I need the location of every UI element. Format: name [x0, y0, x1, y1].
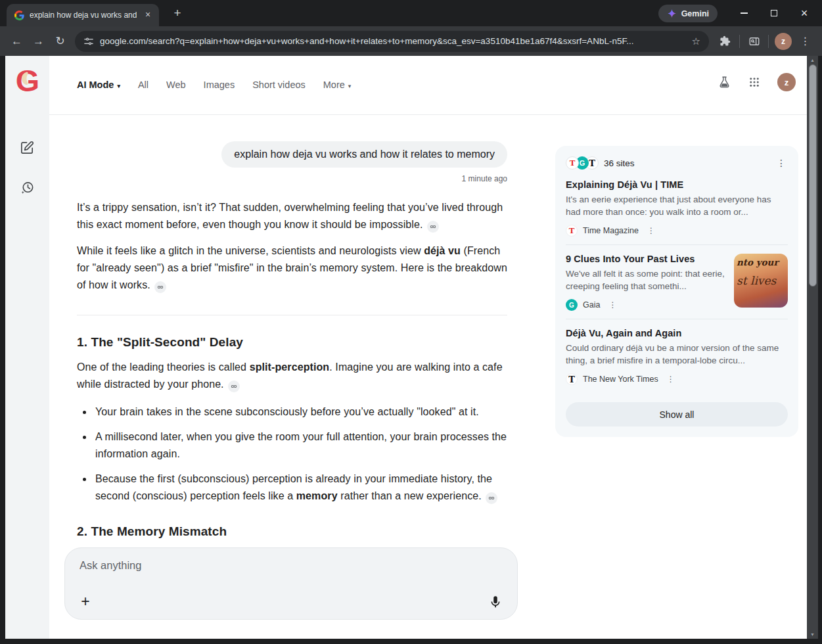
source-snippet: It's an eerie experience that just about… — [566, 193, 788, 218]
browser-toolbar: ← → ↻ google.com/search?q=explain+how+de… — [0, 26, 822, 56]
side-panel-icon[interactable] — [743, 30, 765, 52]
back-icon[interactable]: ← — [6, 30, 28, 52]
address-bar[interactable]: google.com/search?q=explain+how+deja+vu+… — [75, 31, 709, 52]
result-type-nav: AI Mode ▾ All Web Images Short videos Mo… — [77, 80, 351, 90]
time-favicon-icon: T — [566, 156, 579, 170]
window-close-button[interactable]: × — [789, 0, 819, 26]
source-name: The New York Times — [583, 375, 658, 384]
source-snippet: Could ordinary déjà vu be a minor versio… — [566, 342, 788, 367]
source-card[interactable]: Explaining Déjà Vu | TIME It's an eerie … — [566, 171, 788, 245]
source-title[interactable]: 9 Clues Into Your Past Lives — [566, 254, 726, 264]
new-chat-icon[interactable] — [20, 140, 35, 156]
answer-paragraph: While it feels like a glitch in the univ… — [77, 242, 507, 294]
mic-icon[interactable] — [487, 593, 504, 610]
site-settings-icon[interactable] — [83, 36, 94, 47]
chevron-down-icon: ▾ — [348, 83, 352, 89]
ai-response-thread: explain how deja vu works and how it rel… — [77, 115, 507, 578]
toolbar-divider — [739, 35, 740, 48]
forward-icon[interactable]: → — [28, 30, 49, 52]
new-tab-button[interactable]: + — [170, 5, 185, 21]
extensions-icon[interactable] — [714, 30, 736, 52]
tab-strip: explain how deja vu works and × + Gemini… — [0, 0, 822, 26]
browser-tab[interactable]: explain how deja vu works and × — [7, 4, 159, 26]
search-labs-icon[interactable] — [718, 76, 731, 89]
user-query-bubble: explain how deja vu works and how it rel… — [221, 141, 507, 168]
gemini-label: Gemini — [681, 9, 709, 18]
apps-grid-icon[interactable] — [748, 76, 760, 88]
time-favicon-icon: T — [566, 225, 578, 237]
citation-link-icon[interactable] — [228, 380, 240, 392]
sources-panel: T G T 36 sites ⋮ Explaining Déjà Vu | TI… — [555, 146, 798, 437]
tab-all[interactable]: All — [138, 80, 148, 90]
section-heading-1: 1. The "Split-Second" Delay — [77, 335, 507, 350]
window-controls: × — [729, 0, 819, 26]
google-doodle-logo[interactable]: G — [11, 64, 44, 101]
maximize-button[interactable] — [759, 0, 789, 26]
tab-images[interactable]: Images — [204, 80, 235, 90]
tab-close-icon[interactable]: × — [142, 9, 154, 21]
bullet-item: Your brain takes in the scene subconscio… — [77, 403, 507, 421]
browser-profile-avatar[interactable]: z — [775, 33, 792, 50]
citation-link-icon[interactable] — [154, 281, 166, 293]
source-card[interactable]: 9 Clues Into Your Past Lives We've all f… — [566, 245, 788, 319]
source-name: Time Magazine — [583, 226, 639, 235]
bookmark-star-icon[interactable]: ☆ — [692, 35, 700, 47]
tab-more[interactable]: More ▾ — [323, 80, 352, 90]
account-avatar[interactable]: z — [777, 73, 796, 91]
scrollbar[interactable]: ▲ ▼ — [807, 56, 818, 639]
attach-plus-icon[interactable]: + — [76, 591, 95, 611]
google-favicon-icon — [14, 11, 24, 20]
search-header: AI Mode ▾ All Web Images Short videos Mo… — [49, 56, 807, 115]
answer-paragraph: One of the leading theories is called sp… — [77, 359, 507, 393]
bullet-item: A millisecond later, when you give the r… — [77, 428, 507, 463]
source-thumbnail[interactable]: nto your st lives — [734, 254, 788, 308]
sources-menu-icon[interactable]: ⋮ — [775, 158, 788, 168]
page-content: G AI Mode ▾ All Web Images Short videos … — [5, 56, 807, 639]
toolbar-divider — [768, 35, 769, 48]
bullet-list: Your brain takes in the scene subconscio… — [77, 403, 507, 505]
source-menu-icon[interactable]: ⋮ — [606, 300, 618, 310]
reload-icon[interactable]: ↻ — [49, 30, 71, 52]
sources-header: T G T 36 sites ⋮ — [566, 155, 788, 171]
gemini-spark-icon — [667, 9, 677, 18]
tab-web[interactable]: Web — [166, 80, 186, 90]
history-icon[interactable] — [20, 181, 35, 196]
section-heading-2: 2. The Memory Mismatch — [77, 524, 507, 539]
query-timestamp: 1 minute ago — [77, 174, 507, 183]
url-text[interactable]: google.com/search?q=explain+how+deja+vu+… — [100, 36, 686, 46]
source-menu-icon[interactable]: ⋮ — [645, 226, 657, 235]
ask-input[interactable] — [80, 559, 503, 572]
answer-paragraph: It’s a trippy sensation, isn’t it? That … — [77, 199, 507, 233]
left-rail: G — [5, 56, 49, 639]
gaia-favicon-icon: G — [566, 299, 578, 311]
source-snippet: We've all felt it as some point: that ee… — [566, 267, 726, 292]
nyt-favicon-icon: T — [566, 373, 578, 385]
scroll-down-icon[interactable]: ▼ — [807, 632, 818, 637]
browser-menu-icon[interactable]: ⋮ — [794, 30, 816, 52]
source-card[interactable]: Déjà Vu, Again and Again Could ordinary … — [566, 319, 788, 393]
minimize-button[interactable] — [729, 0, 759, 26]
scroll-up-icon[interactable]: ▲ — [807, 58, 818, 62]
source-favicon-stack: T G T — [566, 156, 595, 170]
source-title[interactable]: Déjà Vu, Again and Again — [566, 328, 788, 338]
svg-text:G: G — [16, 64, 39, 98]
gemini-button[interactable]: Gemini — [658, 5, 718, 22]
tab-ai-mode[interactable]: AI Mode ▾ — [77, 80, 120, 90]
citation-link-icon[interactable] — [486, 492, 497, 504]
sites-count: 36 sites — [604, 158, 635, 168]
tab-short-videos[interactable]: Short videos — [252, 80, 306, 90]
bullet-item: Because the first (subconscious) percept… — [77, 471, 507, 505]
show-all-button[interactable]: Show all — [566, 402, 788, 426]
source-menu-icon[interactable]: ⋮ — [665, 375, 677, 384]
section-divider — [77, 315, 507, 315]
chevron-down-icon: ▾ — [117, 83, 120, 89]
tab-title: explain how deja vu works and — [30, 11, 137, 20]
source-title[interactable]: Explaining Déjà Vu | TIME — [566, 179, 788, 190]
ask-anything-composer: + — [64, 547, 518, 620]
source-name: Gaia — [583, 300, 600, 310]
scrollbar-thumb[interactable] — [809, 64, 817, 287]
citation-link-icon[interactable] — [427, 221, 439, 233]
